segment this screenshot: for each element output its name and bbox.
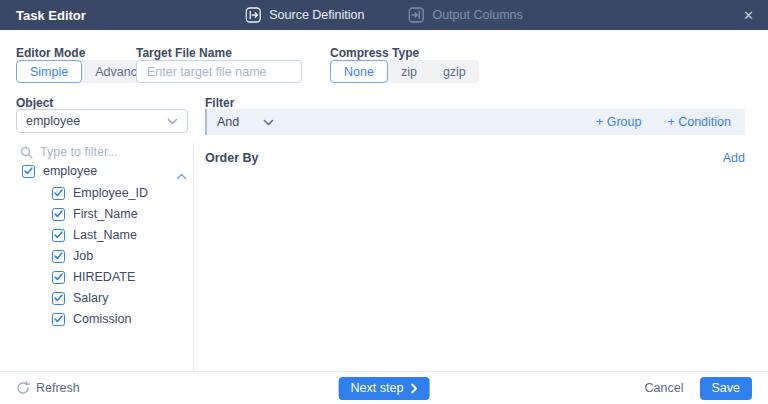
source-definition-icon: [245, 7, 261, 23]
target-file-name-label: Target File Name: [136, 46, 232, 60]
refresh-button[interactable]: Refresh: [16, 381, 80, 395]
tree-node-field[interactable]: Comission: [52, 309, 131, 329]
tab-source-definition-label: Source Definition: [269, 8, 364, 22]
tree-node-label: Employee_ID: [73, 186, 148, 200]
tab-source-definition[interactable]: Source Definition: [245, 7, 364, 23]
tree-node-label: HIREDATE: [73, 270, 135, 284]
output-columns-icon: [408, 7, 424, 23]
tree-node-label: Job: [73, 249, 93, 263]
tab-output-columns[interactable]: Output Columns: [408, 7, 522, 23]
editor-mode-label: Editor Mode: [16, 46, 85, 60]
panel-divider: [193, 143, 194, 372]
collapse-chevron-icon[interactable]: [176, 166, 187, 184]
tree-node-employee[interactable]: employee: [22, 161, 97, 181]
tree-search: [20, 145, 170, 159]
tree-node-field[interactable]: Last_Name: [52, 225, 137, 245]
checkbox-checked-icon[interactable]: [52, 229, 65, 242]
checkbox-checked-icon[interactable]: [52, 250, 65, 263]
footer-actions: Cancel Save: [645, 377, 752, 400]
tree-node-field[interactable]: Salary: [52, 288, 108, 308]
tree-node-label: Salary: [73, 291, 108, 305]
tab-output-columns-label: Output Columns: [432, 8, 522, 22]
checkbox-checked-icon[interactable]: [52, 208, 65, 221]
filter-group-bar: And + Group + Condition: [205, 109, 745, 135]
save-button[interactable]: Save: [700, 377, 753, 400]
add-group-button[interactable]: + Group: [596, 115, 642, 129]
editor-mode-simple[interactable]: Simple: [16, 60, 82, 83]
refresh-label: Refresh: [36, 381, 80, 395]
order-by-label: Order By: [205, 151, 259, 165]
tree-node-field[interactable]: First_Name: [52, 204, 138, 224]
close-icon[interactable]: ✕: [743, 0, 754, 30]
checkbox-checked-icon[interactable]: [52, 313, 65, 326]
add-condition-button[interactable]: + Condition: [667, 115, 731, 129]
compress-type-label: Compress Type: [330, 46, 419, 60]
next-step-label: Next step: [351, 381, 404, 395]
checkbox-checked-icon[interactable]: [22, 165, 35, 178]
tree-node-label: Comission: [73, 312, 131, 326]
footer-bar: Refresh Next step Cancel Save: [0, 371, 768, 404]
filter-operator-select[interactable]: And: [217, 115, 274, 129]
tree-filter-input[interactable]: [40, 145, 170, 159]
checkbox-checked-icon[interactable]: [52, 271, 65, 284]
next-step-button[interactable]: Next step: [339, 377, 430, 400]
chevron-down-icon: [263, 119, 274, 126]
tree-node-label: employee: [43, 164, 97, 178]
object-select-value: employee: [26, 114, 80, 128]
checkbox-checked-icon[interactable]: [52, 292, 65, 305]
compress-zip[interactable]: zip: [388, 60, 430, 83]
object-select[interactable]: employee: [16, 109, 188, 133]
object-label: Object: [16, 96, 53, 110]
compress-type-toggle: None zip gzip: [330, 60, 479, 83]
tree-node-label: Last_Name: [73, 228, 137, 242]
tree-node-field[interactable]: Job: [52, 246, 93, 266]
cancel-button[interactable]: Cancel: [645, 381, 684, 395]
compress-gzip[interactable]: gzip: [430, 60, 479, 83]
chevron-down-icon: [167, 118, 178, 125]
task-editor-dialog: Task Editor Source Definition Output Col…: [0, 0, 768, 404]
checkbox-checked-icon[interactable]: [52, 187, 65, 200]
tree-node-label: First_Name: [73, 207, 138, 221]
filter-actions: + Group + Condition: [596, 115, 745, 129]
header-bar: Task Editor Source Definition Output Col…: [0, 0, 768, 30]
order-by-add-button[interactable]: Add: [723, 151, 745, 165]
target-file-name-input[interactable]: [136, 60, 302, 83]
search-icon: [20, 146, 33, 159]
filter-label: Filter: [205, 96, 234, 110]
tree-node-field[interactable]: HIREDATE: [52, 267, 135, 287]
header-tabs: Source Definition Output Columns: [245, 0, 523, 30]
tree-node-field[interactable]: Employee_ID: [52, 183, 148, 203]
page-title: Task Editor: [16, 8, 86, 23]
compress-none[interactable]: None: [330, 60, 388, 83]
refresh-icon: [16, 381, 30, 395]
chevron-right-icon: [410, 383, 417, 394]
filter-operator-value: And: [217, 115, 239, 129]
